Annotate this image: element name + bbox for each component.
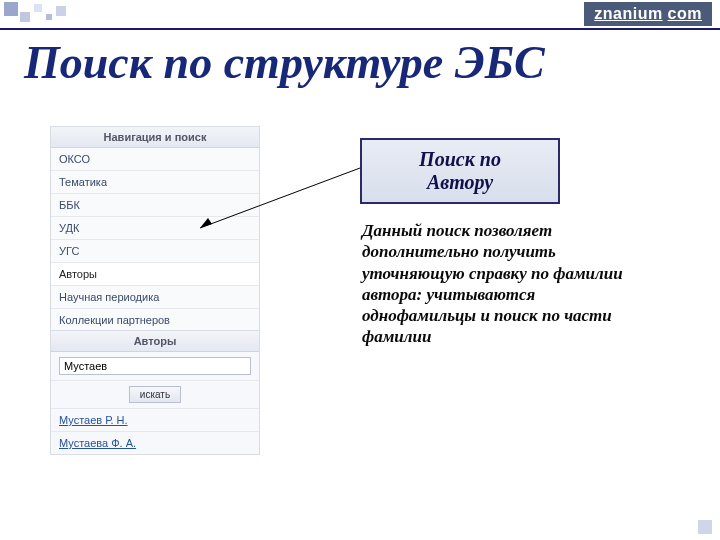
nav-item-udk[interactable]: УДК: [51, 217, 259, 240]
search-button[interactable]: искать: [129, 386, 181, 403]
callout-line2: Автору: [427, 171, 493, 193]
footer-decoration: [698, 520, 712, 534]
authors-panel-header: Авторы: [51, 331, 259, 352]
nav-item-okso[interactable]: ОКСО: [51, 148, 259, 171]
slide-title: Поиск по структуре ЭБС: [24, 36, 545, 89]
description-text: Данный поиск позволяет дополнительно пол…: [362, 220, 642, 348]
header-rule: [0, 28, 720, 30]
author-result-2[interactable]: Мустаева Ф. А.: [51, 432, 259, 454]
nav-item-partner-collections[interactable]: Коллекции партнеров: [51, 309, 259, 332]
callout-line1: Поиск по: [419, 148, 501, 170]
callout-box: Поиск по Автору: [360, 138, 560, 204]
nav-item-periodika[interactable]: Научная периодика: [51, 286, 259, 309]
nav-panel-header: Навигация и поиск: [51, 127, 259, 148]
nav-item-ugs[interactable]: УГС: [51, 240, 259, 263]
znanium-logo: znanium com: [584, 2, 712, 26]
nav-item-bbk[interactable]: ББК: [51, 194, 259, 217]
nav-item-tematika[interactable]: Тематика: [51, 171, 259, 194]
nav-item-avtory[interactable]: Авторы: [51, 263, 259, 286]
author-search-input[interactable]: [59, 357, 251, 375]
author-result-1[interactable]: Мустаев Р. Н.: [51, 409, 259, 432]
authors-panel: Авторы искать Мустаев Р. Н. Мустаева Ф. …: [50, 330, 260, 455]
